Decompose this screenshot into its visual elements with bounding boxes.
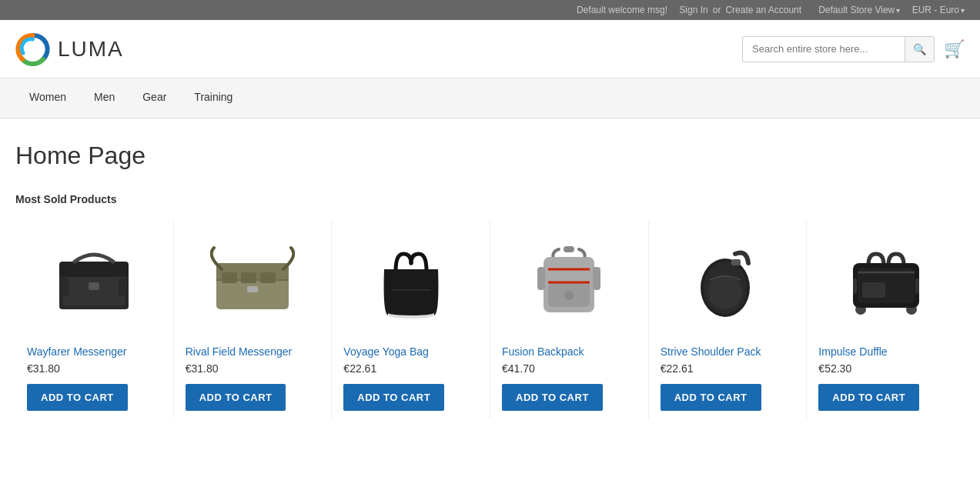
product-card-6: Impulse Duffle €52.30 Add to Cart	[807, 221, 965, 419]
svg-rect-11	[260, 272, 276, 283]
nav-item-men[interactable]: Men	[80, 78, 129, 118]
product-image-container-3	[343, 228, 478, 336]
section-title: Most Sold Products	[15, 193, 965, 205]
main-nav: Women Men Gear Training	[0, 78, 980, 118]
nav-item-women[interactable]: Women	[15, 78, 80, 118]
product-price-2: €31.80	[186, 362, 320, 375]
cart-button[interactable]: 🛒	[944, 39, 965, 59]
logo-text: LUMA	[58, 37, 124, 62]
product-image-4	[527, 240, 611, 325]
svg-rect-6	[119, 279, 126, 295]
chevron-down-icon2: ▾	[961, 6, 965, 15]
product-price-5: €22.61	[661, 362, 795, 375]
add-to-cart-button-5[interactable]: Add to Cart	[661, 384, 761, 411]
search-button[interactable]: 🔍	[905, 37, 934, 62]
product-name-4[interactable]: Fusion Backpack	[502, 345, 637, 358]
product-image-container-6	[818, 228, 953, 336]
svg-rect-26	[731, 259, 741, 265]
currency-label: EUR - Euro	[912, 5, 959, 15]
product-image-3	[369, 240, 453, 325]
svg-rect-33	[853, 279, 857, 294]
svg-rect-4	[89, 282, 99, 290]
product-price-4: €41.70	[502, 362, 637, 375]
product-name-3[interactable]: Voyage Yoga Bag	[343, 345, 478, 358]
product-name-2[interactable]: Rival Field Messenger	[186, 345, 320, 358]
store-view-dropdown[interactable]: Default Store View ▾	[818, 5, 900, 15]
or-text: or	[713, 5, 721, 15]
svg-point-20	[564, 291, 574, 300]
product-card-4: Fusion Backpack €41.70 Add to Cart	[490, 221, 649, 419]
product-price-1: €31.80	[27, 362, 162, 375]
product-name-1[interactable]: Wayfarer Messenger	[27, 345, 162, 358]
product-image-6	[844, 240, 928, 325]
add-to-cart-button-2[interactable]: Add to Cart	[186, 384, 286, 411]
svg-rect-10	[241, 272, 256, 283]
top-bar: Default welcome msg! Sign In or Create a…	[0, 0, 980, 20]
add-to-cart-button-3[interactable]: Add to Cart	[343, 384, 444, 411]
create-account-link[interactable]: Create an Account	[725, 5, 801, 15]
svg-rect-9	[222, 272, 237, 283]
chevron-down-icon: ▾	[896, 6, 900, 15]
svg-rect-22	[593, 267, 600, 290]
add-to-cart-button-6[interactable]: Add to Cart	[818, 384, 919, 411]
product-name-6[interactable]: Impulse Duffle	[818, 345, 953, 358]
svg-point-25	[708, 275, 742, 309]
product-card-2: Rival Field Messenger €31.80 Add to Cart	[174, 221, 333, 419]
product-image-container-4	[502, 228, 637, 336]
product-price-6: €52.30	[818, 362, 953, 375]
add-to-cart-button-4[interactable]: Add to Cart	[502, 384, 603, 411]
product-name-5[interactable]: Strive Shoulder Pack	[661, 345, 795, 358]
sign-in-link[interactable]: Sign In	[679, 5, 707, 15]
svg-rect-34	[915, 279, 919, 294]
site-header: LUMA 🔍 🛒	[0, 20, 980, 78]
product-image-5	[685, 240, 770, 325]
product-image-container-5	[661, 228, 795, 336]
product-card-3: Voyage Yoga Bag €22.61 Add to Cart	[332, 221, 490, 419]
cart-icon: 🛒	[944, 39, 965, 58]
product-image-1	[52, 240, 136, 325]
page-title: Home Page	[15, 142, 965, 170]
svg-rect-32	[862, 282, 885, 298]
separator2	[806, 5, 814, 15]
product-price-3: €22.61	[343, 362, 478, 375]
product-card-5: Strive Shoulder Pack €22.61 Add to Cart	[649, 221, 808, 419]
search-box: 🔍	[742, 36, 935, 62]
product-image-2	[210, 240, 295, 325]
search-icon: 🔍	[913, 43, 926, 55]
logo-icon	[15, 32, 50, 66]
separator3	[905, 5, 907, 15]
product-image-container-2	[186, 228, 320, 336]
header-right: 🔍 🛒	[742, 36, 965, 62]
add-to-cart-button-1[interactable]: Add to Cart	[27, 384, 128, 411]
welcome-message: Default welcome msg!	[577, 5, 667, 15]
search-input[interactable]	[743, 37, 905, 61]
product-image-container-1	[27, 228, 162, 336]
product-card-1: Wayfarer Messenger €31.80 Add to Cart	[15, 221, 174, 419]
main-content: Home Page Most Sold Products	[0, 118, 980, 442]
store-view-label: Default Store View	[818, 5, 895, 15]
logo[interactable]: LUMA	[15, 32, 124, 66]
svg-rect-21	[537, 267, 545, 290]
separator	[672, 5, 674, 15]
currency-dropdown[interactable]: EUR - Euro ▾	[912, 5, 965, 15]
svg-rect-13	[247, 286, 258, 292]
nav-item-gear[interactable]: Gear	[129, 78, 180, 118]
products-grid: Wayfarer Messenger €31.80 Add to Cart	[15, 221, 965, 419]
svg-rect-3	[59, 262, 129, 277]
svg-rect-15	[564, 246, 574, 252]
nav-item-training[interactable]: Training	[180, 78, 246, 118]
svg-rect-5	[62, 279, 69, 295]
